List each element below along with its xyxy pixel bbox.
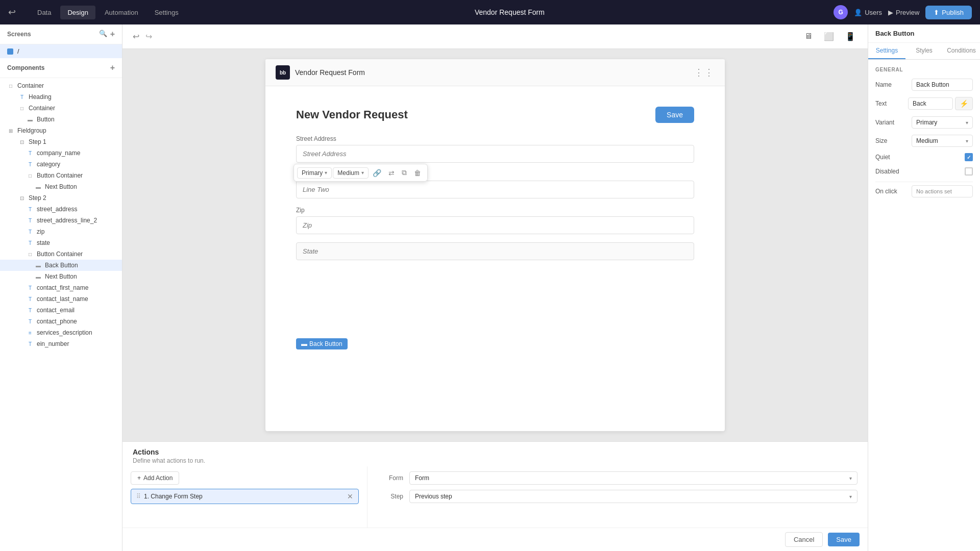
form-body: New Vendor Request Save Primary ▾ Medium xyxy=(265,86,725,281)
contact-phone-icon: T xyxy=(27,318,34,325)
drag-icon: ⠿ xyxy=(136,493,141,500)
tab-settings[interactable]: Settings xyxy=(868,43,905,59)
tablet-view-button[interactable]: ⬜ xyxy=(820,30,838,43)
tree-item-next-btn-1[interactable]: ▬ Next Button xyxy=(0,271,122,282)
toolbar-link-icon[interactable]: 🔗 xyxy=(370,167,384,179)
tree-label: street_address xyxy=(37,206,77,213)
tree-item-heading[interactable]: T Heading xyxy=(0,91,122,103)
input-line-two[interactable] xyxy=(296,181,694,198)
actions-save-button[interactable]: Save xyxy=(828,533,860,546)
step-field-row: Step Previous step ▾ xyxy=(378,490,857,503)
preview-button[interactable]: ▶ Preview xyxy=(888,9,919,16)
size-select[interactable]: Medium ▾ xyxy=(333,167,369,179)
action-item-close-icon[interactable]: ✕ xyxy=(347,492,353,500)
tree-item-street-address-2[interactable]: T street_address_line_2 xyxy=(0,215,122,226)
name-input[interactable] xyxy=(912,79,973,91)
tree-item-category[interactable]: T category xyxy=(0,159,122,170)
field-street-address: Street Address xyxy=(296,135,694,163)
tree-label: Button xyxy=(37,116,55,123)
add-component-icon[interactable]: + xyxy=(110,63,115,72)
screen-item[interactable]: / xyxy=(0,44,122,58)
tree-item-contact-email[interactable]: T contact_email xyxy=(0,305,122,316)
input-zip[interactable] xyxy=(296,216,694,234)
search-icon[interactable]: 🔍 xyxy=(99,30,107,39)
zip-icon: T xyxy=(27,228,34,235)
nav-tab-data[interactable]: Data xyxy=(30,6,58,19)
form-field-row: Form Form ▾ xyxy=(378,471,857,485)
tree-label: Back Button xyxy=(45,262,78,269)
actions-body: + Add Action ⠿ 1. Change Form Step ✕ xyxy=(122,466,868,528)
action-item-change-form-step[interactable]: ⠿ 1. Change Form Step ✕ xyxy=(131,489,359,504)
actions-panel: Actions Define what actions to run. + Ad… xyxy=(122,441,868,551)
nav-tab-settings[interactable]: Settings xyxy=(148,6,186,19)
tree-item-container-1[interactable]: □ Container xyxy=(0,103,122,114)
actions-title: Actions xyxy=(133,448,857,456)
step-label: Step xyxy=(378,493,403,500)
add-action-button[interactable]: + Add Action xyxy=(131,471,179,485)
toolbar-copy-icon[interactable]: ⧉ xyxy=(399,166,410,179)
size-dropdown-chevron: ▾ xyxy=(966,138,968,144)
step-dropdown[interactable]: Previous step ▾ xyxy=(409,490,857,503)
nav-tab-design[interactable]: Design xyxy=(60,6,95,19)
tree-item-company-name[interactable]: T company_name xyxy=(0,147,122,159)
tree-item-contact-first[interactable]: T contact_first_name xyxy=(0,282,122,293)
right-panel-title: Back Button xyxy=(875,30,915,37)
tree-item-contact-phone[interactable]: T contact_phone xyxy=(0,316,122,327)
form-dropdown[interactable]: Form ▾ xyxy=(409,471,857,485)
tree-item-button-0[interactable]: ▬ Button xyxy=(0,114,122,125)
back-icon[interactable]: ↩ xyxy=(8,7,16,18)
divider xyxy=(875,182,973,182)
contact-email-icon: T xyxy=(27,307,34,314)
tree-item-button-container-1[interactable]: □ Button Container xyxy=(0,248,122,260)
tab-conditions[interactable]: Conditions xyxy=(943,43,980,59)
tree-label: Fieldgroup xyxy=(17,127,46,134)
tree-item-step2[interactable]: ⊡ Step 2 xyxy=(0,192,122,204)
tree-item-street-address[interactable]: T street_address xyxy=(0,204,122,215)
undo-button[interactable]: ↩ xyxy=(131,31,141,42)
quiet-checkbox[interactable]: ✓ xyxy=(965,153,973,161)
users-button[interactable]: 👤 Users xyxy=(854,9,882,16)
mobile-view-button[interactable]: 📱 xyxy=(841,30,860,43)
variant-dropdown[interactable]: Primary ▾ xyxy=(912,116,973,129)
next-btn-icon-0: ▬ xyxy=(35,183,42,190)
toolbar-shuffle-icon[interactable]: ⇄ xyxy=(385,167,398,179)
disabled-checkbox[interactable] xyxy=(965,167,973,176)
tree-item-services[interactable]: ≡ services_description xyxy=(0,327,122,338)
tree-item-back-button[interactable]: ▬ Back Button xyxy=(0,260,122,271)
components-label: Components xyxy=(7,64,44,71)
publish-button[interactable]: ⬆ Publish xyxy=(925,6,972,19)
add-screen-icon[interactable]: + xyxy=(110,30,115,39)
tab-styles[interactable]: Styles xyxy=(905,43,943,59)
tree-item-ein[interactable]: T ein_number xyxy=(0,338,122,349)
redo-button[interactable]: ↪ xyxy=(143,31,154,42)
form-save-button[interactable]: Save xyxy=(655,107,694,123)
variant-prop-label: Variant xyxy=(875,119,894,126)
tree-item-fieldgroup[interactable]: ⊞ Fieldgroup xyxy=(0,125,122,136)
back-button-chip[interactable]: ▬ Back Button xyxy=(296,338,348,349)
tree-item-step1[interactable]: ⊡ Step 1 xyxy=(0,136,122,147)
cancel-button[interactable]: Cancel xyxy=(785,532,823,547)
desktop-view-button[interactable]: 🖥 xyxy=(800,30,817,43)
toolbar-delete-icon[interactable]: 🗑 xyxy=(411,167,424,179)
lightning-button[interactable]: ⚡ xyxy=(955,97,973,110)
tree-label: contact_phone xyxy=(37,318,77,325)
tree-item-state[interactable]: T state xyxy=(0,237,122,248)
right-tabs: Settings Styles Conditions xyxy=(868,43,980,60)
tree-item-container-0[interactable]: □ Container xyxy=(0,80,122,91)
street-address-2-icon: T xyxy=(27,217,34,224)
input-state[interactable] xyxy=(296,242,694,260)
tree-item-button-container-0[interactable]: □ Button Container xyxy=(0,170,122,181)
form-dots-icon[interactable]: ⋮⋮ xyxy=(694,67,715,78)
tree-item-zip[interactable]: T zip xyxy=(0,226,122,237)
input-street-address[interactable] xyxy=(296,145,694,163)
onclick-value[interactable]: No actions set xyxy=(912,185,973,197)
tree-item-contact-last[interactable]: T contact_last_name xyxy=(0,293,122,305)
nav-tab-automation[interactable]: Automation xyxy=(97,6,145,19)
variant-select[interactable]: Primary ▾ xyxy=(297,167,332,179)
text-input[interactable] xyxy=(908,97,953,110)
size-dropdown[interactable]: Medium ▾ xyxy=(912,135,973,147)
general-section-label: GENERAL xyxy=(875,67,973,72)
tree-item-next-btn-0[interactable]: ▬ Next Button xyxy=(0,181,122,192)
size-chevron: ▾ xyxy=(361,170,364,176)
undo-redo: ↩ ↪ xyxy=(131,31,154,42)
